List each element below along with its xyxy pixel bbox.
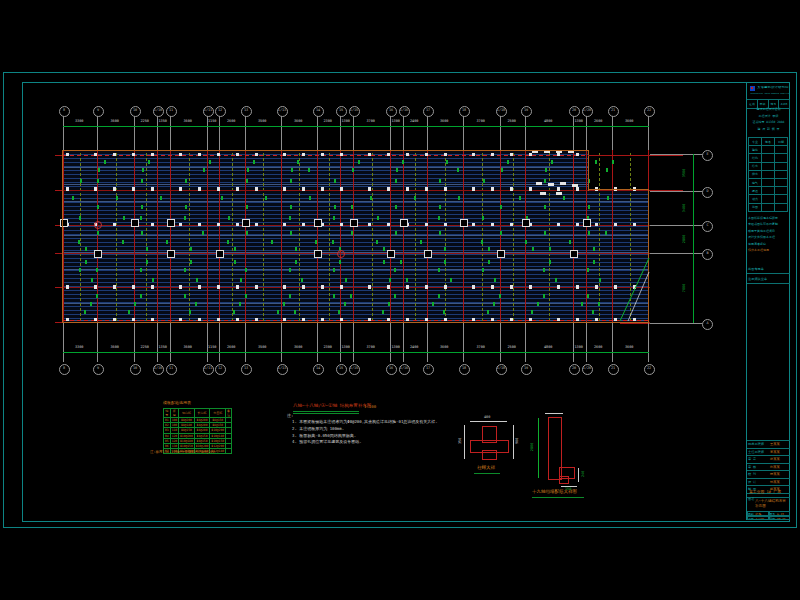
meta-label: 图别 [748,512,754,515]
signature-table: 专业签名日期建筑结构给水排水电气暖通动力总图 [748,137,789,212]
personnel-name: 杨某某 [770,480,780,484]
meta-label: 图号 [770,512,776,515]
drawing-meta-grid: 图别结施图号G-15比例1:100日期08.06 [747,511,790,520]
signature-cell: 总图 [749,203,762,211]
signature-cell [762,154,775,162]
title-block: 某省建筑设计研究院 PROVINCIAL ARCH DESIGN INSTITU… [746,82,790,520]
signature-cell [775,154,788,162]
rebar-table-header: 备注 [226,409,232,418]
personnel-name: 张某某 [770,457,780,461]
personnel-role: 设 计 [747,480,770,484]
signature-col-header: 日期 [775,138,788,146]
rebar-table-row: B6130Φ10@150Φ10@200Φ12@200 [164,443,232,448]
personnel-role: 审 定 [747,457,770,461]
project-name: 某工业园 1# 厂房 [749,490,781,494]
statement-orange-line: 仅供本工程使用 [748,249,769,252]
rebar-table-cell: Φ10@200 [179,433,195,438]
rebar-table-cell: Φ10@180 [179,438,195,443]
note-item: 4. 预留孔洞位置详见建筑及设备图纸. [292,440,362,444]
signature-cell [775,195,788,203]
personnel-rows: 院总工程师王某某主任工程师李某某审 定张某某审 核刘某某校 对陈某某设 计杨某某… [747,440,790,494]
signature-cell [762,195,775,203]
rebar-table-cell: Φ10@150 [210,438,226,443]
signature-col-header: 专业 [749,138,762,146]
statement-line: 或用于其他工程项目 [748,230,775,233]
rebar-table-note: 注:板厚110,120时分布钢筋均为Φ8@200. [150,451,217,455]
signature-cell [775,203,788,211]
certificate-cell: A135 [779,100,790,108]
detail-wall-dim-right-text: 240 [582,471,586,477]
rebar-table-title: 楼板配筋选用表 [163,401,191,405]
signature-row: 给水 [749,162,788,170]
personnel-name: 刘某某 [770,465,780,469]
signature-cell [775,187,788,195]
signature-cell: 动力 [749,195,762,203]
stamp-row: 出图专用章 [747,264,790,274]
detail-wall-dim-right [578,468,579,482]
signature-row: 排水 [749,170,788,178]
signature-row: 建筑 [749,146,788,154]
rebar-table-cell: Φ10@200 [194,443,210,448]
detail-capital-bottom [482,450,497,460]
rebar-table-header: 短向筋 [179,409,195,418]
notes-scale: 1:100 [364,405,376,409]
personnel-row: 审 定张某某 [747,456,790,464]
detail-capital-dim-left-text: 350 [459,438,463,444]
stamp-row: 注册师执业章 [747,274,790,284]
statement-line: 设计文件仅限本工程 [748,236,775,239]
rebar-table-cell: Φ12@200 [210,443,226,448]
notes-title-underline-2 [293,413,359,414]
rebar-table-cell: Φ10@150 [179,443,195,448]
stamp-label: 注册师执业章 [747,277,767,281]
notes-prefix: 注: [287,414,293,418]
detail-wall-toe [559,476,569,484]
personnel-name: 王某某 [770,442,780,446]
detail-wall-label: 十九轴挡墙配筋大样图 [532,490,577,495]
detail-capital-label: 柱帽大样 [477,466,495,471]
meta-label: 日期 [770,517,776,520]
certificate-line: 建设工程设计证书 [747,108,790,111]
signature-cell [762,170,775,178]
notes-title-underline [293,411,359,412]
personnel-role: 校 对 [747,472,770,476]
signature-cell [762,146,775,154]
stamp-label: 出图专用章 [747,267,764,271]
signature-row: 总图 [749,203,788,211]
signature-cell: 电气 [749,178,762,186]
rebar-table-row: B3110Φ8@150Φ8@200Φ10@200 [164,428,232,433]
stamp-rows: 出图专用章注册师执业章 [747,264,790,284]
signature-cell: 暖通 [749,187,762,195]
detail-capital-dim-right [513,425,514,459]
meta-value: 08.06 [777,517,785,520]
rebar-table-header: 长向筋 [194,409,210,418]
statement-line: 本图纸版权属本院所有 [748,217,778,220]
cad-drawing-sheet: 89101/10111/1112131/1314151/15161/161718… [0,0,800,600]
meta-label: 比例 [748,517,754,520]
detail-retaining-wall[interactable]: 2800 150 240 [525,410,595,495]
statement-line: 未经书面许可不得复制 [748,223,778,226]
signature-cell [775,146,788,154]
company-name: 某省建筑设计研究院 [757,86,789,90]
note-item: 3. 板面标高-0.050同结构层标高. [292,434,356,438]
detail-capital-label-underline [474,473,500,474]
personnel-row: 校 对陈某某 [747,471,790,479]
rebar-table-row: B5120Φ10@180Φ8@150Φ10@150 [164,438,232,443]
signature-cell: 结构 [749,154,762,162]
signature-cell [762,203,775,211]
company-logo [750,86,755,91]
personnel-name: 李某某 [770,450,780,454]
detail-capital-dim-top-text: 400 [484,416,490,420]
rebar-table: 编号板厚短向筋长向筋支座筋备注B1100Φ8@200Φ8@200Φ8@150B2… [163,408,216,454]
meta-value: 结施 [756,512,762,515]
signature-row: 结构 [749,154,788,162]
rebar-table-row: B1100Φ8@200Φ8@200Φ8@150 [164,418,232,423]
company-logo-mark [751,87,753,89]
personnel-row: 院总工程师王某某 [747,441,790,449]
certificate-line: 证书编号 A1350 2888 [747,121,790,124]
signature-cell [762,187,775,195]
meta-cell: 比例1:100 [747,516,769,521]
rebar-table-header: 编号 [164,409,171,418]
signature-col-header: 签名 [762,138,775,146]
rebar-table-grid: 编号板厚短向筋长向筋支座筋备注B1100Φ8@200Φ8@200Φ8@150B2… [163,408,232,454]
detail-capital-dim-left [464,425,465,459]
